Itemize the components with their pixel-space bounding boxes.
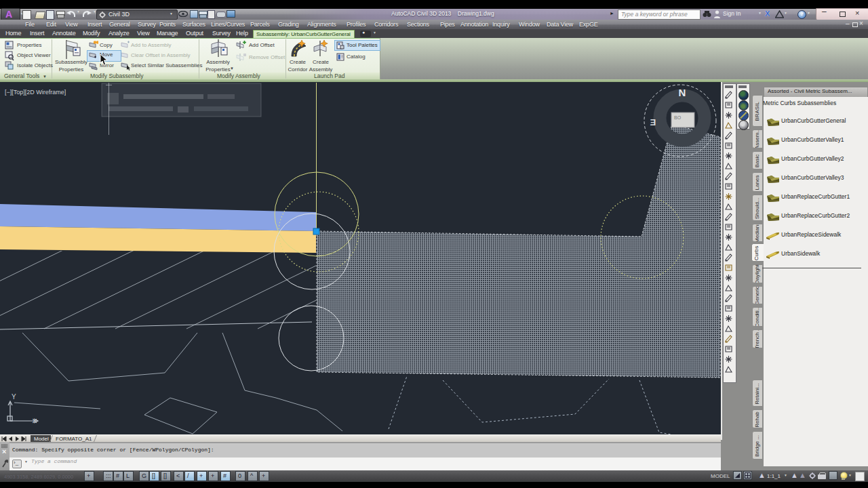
svg-text:E: E bbox=[650, 117, 656, 127]
svg-text:[−][Top][2D Wireframe]: [−][Top][2D Wireframe] bbox=[5, 89, 66, 96]
svg-text:BO: BO bbox=[674, 115, 682, 120]
svg-text:×: × bbox=[32, 415, 37, 426]
svg-text:Y: Y bbox=[12, 393, 16, 401]
svg-text:N: N bbox=[679, 87, 686, 98]
